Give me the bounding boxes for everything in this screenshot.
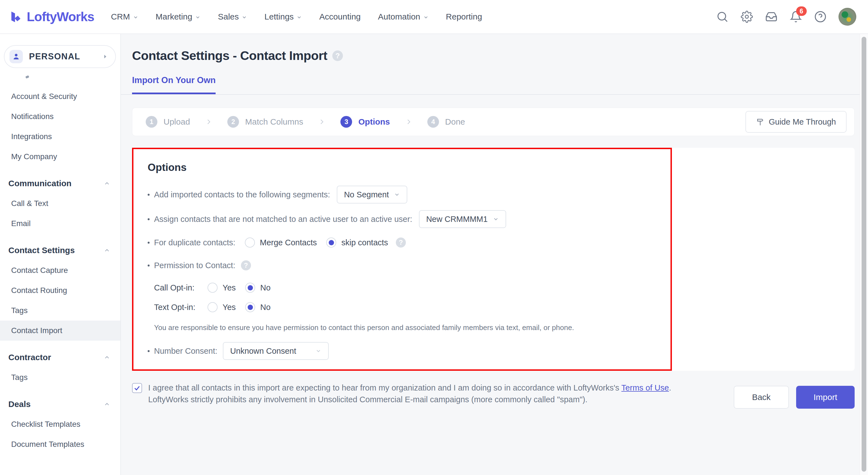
text-optin-yes-radio[interactable]: Yes bbox=[208, 302, 236, 312]
segments-select[interactable]: No Segment bbox=[337, 186, 407, 204]
nav-accounting[interactable]: Accounting bbox=[319, 12, 361, 22]
sidebar-item-email[interactable]: Email bbox=[0, 213, 120, 234]
notification-count-badge: 6 bbox=[796, 6, 807, 16]
chevron-up-icon bbox=[104, 247, 110, 254]
workspace-selector[interactable]: PERSONAL bbox=[4, 45, 116, 68]
main-menu: CRM Marketing Sales Lettings Accounting … bbox=[111, 12, 482, 22]
duplicate-help-icon[interactable]: ? bbox=[396, 237, 406, 247]
tab-import-on-your-own[interactable]: Import On Your Own bbox=[132, 75, 216, 94]
workspace-label: PERSONAL bbox=[29, 52, 80, 62]
clipped-item-fragment bbox=[0, 68, 120, 86]
gear-icon[interactable] bbox=[740, 10, 753, 23]
nav-reporting[interactable]: Reporting bbox=[446, 12, 482, 22]
sidebar-section-contact-settings[interactable]: Contact Settings bbox=[0, 240, 120, 260]
radio-unchecked bbox=[208, 302, 218, 312]
sidebar-section-communication[interactable]: Communication bbox=[0, 173, 120, 194]
loftyworks-logo-icon bbox=[8, 9, 23, 24]
options-panel: Options Add imported contacts to the fol… bbox=[132, 148, 855, 371]
number-consent-select[interactable]: Unknown Consent bbox=[223, 342, 329, 360]
sidebar-section-contractor[interactable]: Contractor bbox=[0, 347, 120, 367]
sidebar-item-document-templates[interactable]: Document Templates bbox=[0, 434, 120, 454]
step-options: 3 Options bbox=[340, 116, 390, 128]
chevron-up-icon bbox=[104, 180, 110, 187]
radio-checked bbox=[245, 302, 255, 312]
terms-of-use-link[interactable]: Terms of Use bbox=[621, 383, 669, 392]
radio-unchecked bbox=[208, 283, 218, 293]
chevron-down-icon bbox=[297, 14, 302, 20]
nav-automation[interactable]: Automation bbox=[378, 12, 429, 22]
bullet bbox=[148, 265, 150, 266]
sidebar-item-checklist-templates[interactable]: Checklist Templates bbox=[0, 414, 120, 434]
nav-lettings[interactable]: Lettings bbox=[265, 12, 302, 22]
search-icon[interactable] bbox=[716, 10, 729, 23]
import-stepper: 1 Upload 2 Match Columns 3 Options 4 Don… bbox=[132, 108, 855, 136]
agreement-checkbox[interactable] bbox=[132, 383, 142, 393]
step-match-columns: 2 Match Columns bbox=[227, 116, 303, 128]
user-avatar[interactable] bbox=[838, 8, 856, 26]
assign-user-select[interactable]: New CRMMMM1 bbox=[419, 210, 506, 228]
sidebar-item-integrations[interactable]: Integrations bbox=[0, 126, 120, 147]
segments-row: Add imported contacts to the following s… bbox=[148, 186, 839, 204]
chevron-right-icon bbox=[405, 118, 412, 125]
sidebar-item-contact-import[interactable]: Contact Import bbox=[0, 321, 120, 340]
chevron-down-icon bbox=[133, 14, 138, 20]
nav-crm[interactable]: CRM bbox=[111, 12, 138, 22]
merge-contacts-radio[interactable]: Merge Contacts bbox=[245, 237, 317, 247]
radio-unchecked bbox=[245, 237, 255, 247]
nav-sales[interactable]: Sales bbox=[218, 12, 247, 22]
step-upload: 1 Upload bbox=[146, 116, 190, 128]
chevron-down-icon bbox=[242, 14, 247, 20]
step-number: 1 bbox=[146, 116, 157, 128]
help-icon[interactable] bbox=[814, 10, 827, 23]
chevron-up-icon bbox=[104, 354, 110, 361]
signpost-icon bbox=[756, 118, 764, 126]
call-optin-no-radio[interactable]: No bbox=[245, 283, 271, 293]
import-button[interactable]: Import bbox=[796, 386, 855, 409]
sidebar-item-contractor-tags[interactable]: Tags bbox=[0, 367, 120, 387]
top-navigation-bar: LoftyWorks CRM Marketing Sales Lettings … bbox=[0, 0, 868, 34]
permission-row: Permission to Contact: ? bbox=[148, 260, 839, 270]
responsibility-note: You are responsible to ensure you have p… bbox=[148, 323, 839, 332]
notifications-bell-icon[interactable]: 6 bbox=[789, 10, 802, 23]
nav-marketing[interactable]: Marketing bbox=[156, 12, 201, 22]
chevron-down-icon bbox=[315, 348, 321, 354]
sidebar-item-notifications[interactable]: Notifications bbox=[0, 107, 120, 126]
chevron-right-icon bbox=[102, 54, 108, 60]
bullet bbox=[148, 242, 150, 244]
sidebar-item-contact-capture[interactable]: Contact Capture bbox=[0, 260, 120, 280]
skip-contacts-radio[interactable]: skip contacts bbox=[326, 237, 388, 247]
call-optin-row: Call Opt-in: Yes No bbox=[148, 283, 839, 293]
radio-checked bbox=[245, 283, 255, 293]
sidebar-item-my-company[interactable]: My Company bbox=[0, 147, 120, 167]
options-heading: Options bbox=[148, 162, 839, 173]
chevron-down-icon bbox=[493, 216, 499, 222]
back-button[interactable]: Back bbox=[734, 386, 789, 409]
page-help-icon[interactable]: ? bbox=[332, 51, 343, 61]
sidebar-item-account-security[interactable]: Account & Security bbox=[0, 86, 120, 107]
chevron-down-icon bbox=[195, 14, 200, 20]
inbox-icon[interactable] bbox=[765, 10, 778, 23]
step-number: 4 bbox=[427, 116, 439, 128]
call-optin-yes-radio[interactable]: Yes bbox=[208, 283, 236, 293]
guide-me-through-button[interactable]: Guide Me Through bbox=[745, 111, 846, 133]
step-number: 3 bbox=[340, 116, 352, 128]
chevron-up-icon bbox=[104, 401, 110, 408]
step-done: 4 Done bbox=[427, 116, 465, 128]
sidebar-item-contact-routing[interactable]: Contact Routing bbox=[0, 280, 120, 300]
vertical-scrollbar bbox=[860, 34, 868, 475]
settings-sidebar: PERSONAL Account & Security Notification… bbox=[0, 34, 121, 475]
loftyworks-logo-text: LoftyWorks bbox=[27, 9, 94, 24]
agreement-section: I agree that all contacts in this import… bbox=[132, 382, 855, 409]
sidebar-item-call-text[interactable]: Call & Text bbox=[0, 194, 120, 213]
loftyworks-logo[interactable]: LoftyWorks bbox=[0, 9, 104, 24]
chevron-down-icon bbox=[394, 191, 400, 198]
radio-checked bbox=[326, 237, 336, 247]
page-title: Contact Settings - Contact Import bbox=[132, 49, 327, 63]
text-optin-no-radio[interactable]: No bbox=[245, 302, 271, 312]
sidebar-item-tags[interactable]: Tags bbox=[0, 300, 120, 321]
agreement-text: I agree that all contacts in this import… bbox=[148, 382, 671, 405]
sidebar-section-deals[interactable]: Deals bbox=[0, 394, 120, 414]
scrollbar-thumb[interactable] bbox=[862, 37, 866, 472]
number-consent-row: Number Consent: Unknown Consent bbox=[148, 342, 839, 360]
permission-help-icon[interactable]: ? bbox=[241, 260, 251, 270]
